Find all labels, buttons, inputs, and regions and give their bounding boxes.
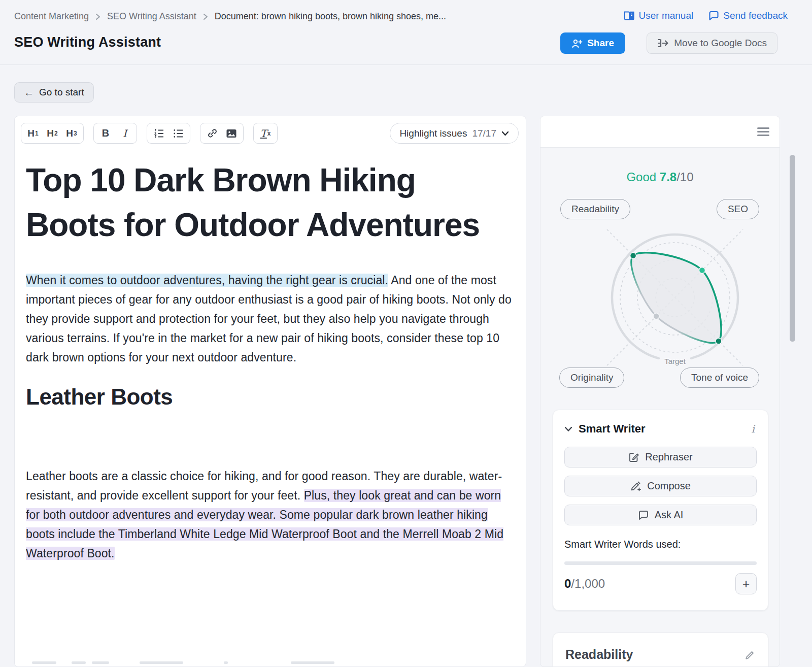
move-to-docs-label: Move to Google Docs	[674, 38, 767, 49]
readability-card: Readability	[553, 632, 768, 667]
breadcrumb: Content Marketing SEO Writing Assistant …	[14, 11, 446, 22]
smart-writer-title: Smart Writer	[579, 422, 746, 436]
clear-t: T	[260, 127, 266, 140]
chevron-right-icon	[95, 13, 100, 20]
gauge-dot-originality	[653, 313, 659, 319]
highlighted-sentence-blue[interactable]: When it comes to outdoor adventures, hav…	[26, 274, 388, 287]
h3-button[interactable]: H3	[62, 125, 81, 142]
document-paragraph-1[interactable]: When it comes to outdoor adventures, hav…	[26, 271, 512, 367]
words-used-progressbar	[564, 561, 757, 565]
image-icon	[226, 128, 237, 139]
document-subheading[interactable]: Leather Boots	[26, 384, 513, 410]
seo-pill[interactable]: SEO	[717, 199, 759, 219]
score-sidebar: Good 7.8/10 Readability SEO Originality …	[540, 116, 780, 667]
clipped-text-remnant	[140, 661, 183, 664]
ordered-list-button[interactable]	[149, 125, 168, 142]
image-button[interactable]	[222, 125, 241, 142]
h2-sub: 2	[54, 130, 58, 137]
compose-button[interactable]: Compose	[564, 476, 757, 496]
rephraser-button[interactable]: Rephraser	[564, 447, 757, 468]
h1-button[interactable]: H1	[23, 125, 43, 142]
clear-x: x	[267, 130, 271, 137]
gauge-dot-seo	[699, 268, 705, 274]
ask-ai-label: Ask AI	[655, 509, 684, 521]
words-limit: /1,000	[571, 577, 605, 591]
h1-letter: H	[27, 128, 35, 139]
words-counter-row: 0 /1,000 +	[564, 573, 757, 594]
breadcrumb-content-marketing[interactable]: Content Marketing	[14, 11, 89, 22]
compose-pen-icon	[630, 481, 641, 492]
pencil-icon[interactable]	[745, 649, 756, 660]
score-value: 7.8	[660, 170, 676, 184]
score-out-of: /10	[676, 170, 693, 184]
paragraph-1-rest[interactable]: And one of the most important pieces of …	[26, 274, 512, 364]
clipped-text-remnant	[291, 661, 334, 664]
arrow-left-icon: ←	[24, 87, 34, 98]
h2-button[interactable]: H2	[43, 125, 62, 142]
export-icon	[657, 38, 669, 48]
bullet-list-button[interactable]	[168, 125, 188, 142]
clear-format-group: Tx	[253, 123, 278, 144]
chevron-down-icon	[564, 426, 572, 432]
info-icon[interactable]: i	[752, 423, 757, 435]
readability-pill[interactable]: Readability	[560, 199, 630, 219]
highlight-issues-dropdown[interactable]: Highlight issues 17/17	[390, 123, 519, 144]
user-manual-label: User manual	[639, 10, 694, 21]
share-label: Share	[587, 38, 614, 49]
chevron-down-icon	[501, 131, 509, 136]
ordered-list-icon	[154, 128, 164, 139]
h3-sub: 3	[74, 130, 77, 137]
person-plus-icon	[571, 39, 583, 48]
highlight-issues-count: 17/17	[472, 128, 496, 139]
score-grade: Good	[626, 170, 656, 184]
editor-toolbar: H1 H2 H3 B I	[15, 116, 526, 151]
chat-bubble-icon	[638, 510, 649, 520]
score-gauge-chart: Target	[589, 220, 761, 373]
clipped-text-remnant	[92, 661, 109, 664]
editor-card: H1 H2 H3 B I	[14, 116, 526, 667]
send-feedback-label: Send feedback	[723, 10, 788, 21]
compose-label: Compose	[647, 480, 691, 492]
seo-writing-assistant-page: Content Marketing SEO Writing Assistant …	[0, 0, 812, 667]
smart-writer-card: Smart Writer i Rephraser Compose	[553, 410, 768, 611]
breadcrumb-document: Document: brown hiking boots, brown hiki…	[215, 11, 446, 22]
move-to-google-docs-button[interactable]: Move to Google Docs	[647, 32, 777, 54]
scrollbar-thumb[interactable]	[790, 155, 795, 342]
readability-card-title: Readability	[565, 647, 745, 662]
link-button[interactable]	[202, 125, 222, 142]
breadcrumb-swa[interactable]: SEO Writing Assistant	[107, 11, 196, 22]
highlight-issues-label: Highlight issues	[399, 128, 467, 139]
send-feedback-link[interactable]: Send feedback	[708, 10, 788, 21]
insert-group	[200, 123, 244, 144]
chevron-right-icon	[203, 13, 208, 20]
document-paragraph-2[interactable]: Leather boots are a classic choice for h…	[26, 466, 512, 563]
text-style-group: B I	[93, 123, 137, 144]
link-icon	[207, 128, 218, 139]
overall-score: Good 7.8/10	[540, 170, 780, 184]
user-manual-link[interactable]: User manual	[624, 10, 694, 21]
sidebar-header	[540, 116, 780, 148]
share-button[interactable]: Share	[560, 32, 625, 54]
page-title: SEO Writing Assistant	[14, 35, 161, 50]
document-heading[interactable]: Top 10 Dark Brown Hiking Boots for Outdo…	[26, 158, 507, 247]
top-bar: Content Marketing SEO Writing Assistant …	[0, 0, 812, 65]
book-icon	[624, 11, 635, 21]
go-to-start-button[interactable]: ← Go to start	[14, 82, 94, 103]
smart-writer-header[interactable]: Smart Writer i	[564, 422, 757, 436]
clipped-text-remnant	[72, 661, 86, 664]
add-words-button[interactable]: +	[735, 573, 757, 594]
bold-button[interactable]: B	[96, 125, 115, 142]
menu-icon[interactable]	[757, 127, 769, 138]
h2-letter: H	[47, 128, 54, 139]
words-used-value: 0	[564, 577, 571, 591]
clear-formatting-button[interactable]: Tx	[256, 125, 275, 142]
h3-letter: H	[66, 128, 73, 139]
document-body[interactable]: Top 10 Dark Brown Hiking Boots for Outdo…	[15, 151, 526, 667]
ask-ai-button[interactable]: Ask AI	[564, 505, 757, 525]
list-group	[147, 123, 190, 144]
italic-button[interactable]: I	[115, 125, 134, 142]
clipped-text-remnant	[32, 661, 56, 664]
readability-card-header: Readability	[565, 647, 756, 662]
top-links: User manual Send feedback	[624, 10, 788, 21]
go-to-start-label: Go to start	[39, 87, 84, 98]
